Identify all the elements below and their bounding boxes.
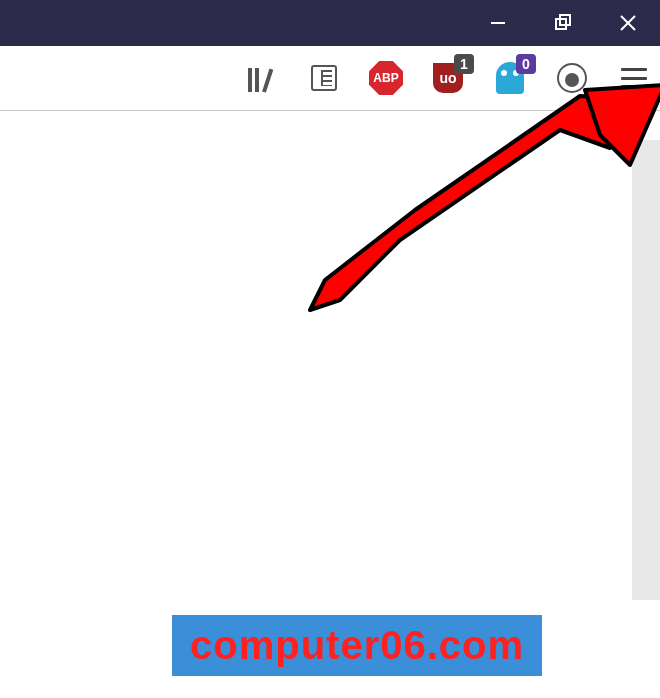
hamburger-menu-button[interactable] bbox=[614, 58, 654, 98]
adblock-plus-button[interactable]: ABP bbox=[366, 58, 406, 98]
profile-icon bbox=[557, 63, 587, 93]
close-icon bbox=[618, 13, 638, 33]
ghostery-button[interactable]: 0 bbox=[490, 58, 530, 98]
profile-button[interactable] bbox=[552, 58, 592, 98]
abp-icon: ABP bbox=[369, 61, 403, 95]
maximize-button[interactable] bbox=[530, 0, 595, 46]
ublock-origin-button[interactable]: uo 1 bbox=[428, 58, 468, 98]
reader-view-icon bbox=[311, 65, 337, 91]
browser-toolbar: ABP uo 1 0 bbox=[0, 46, 660, 111]
ublock-badge: 1 bbox=[454, 54, 474, 74]
library-icon bbox=[248, 64, 276, 92]
close-button[interactable] bbox=[595, 0, 660, 46]
window-title-bar bbox=[0, 0, 660, 46]
page-content bbox=[0, 111, 660, 698]
library-button[interactable] bbox=[242, 58, 282, 98]
reader-view-button[interactable] bbox=[304, 58, 344, 98]
maximize-restore-icon bbox=[554, 14, 572, 32]
vertical-scrollbar[interactable] bbox=[632, 140, 660, 600]
minimize-icon bbox=[489, 14, 507, 32]
minimize-button[interactable] bbox=[465, 0, 530, 46]
hamburger-menu-icon bbox=[621, 68, 647, 88]
watermark: computer06.com bbox=[172, 615, 542, 676]
ghostery-badge: 0 bbox=[516, 54, 536, 74]
